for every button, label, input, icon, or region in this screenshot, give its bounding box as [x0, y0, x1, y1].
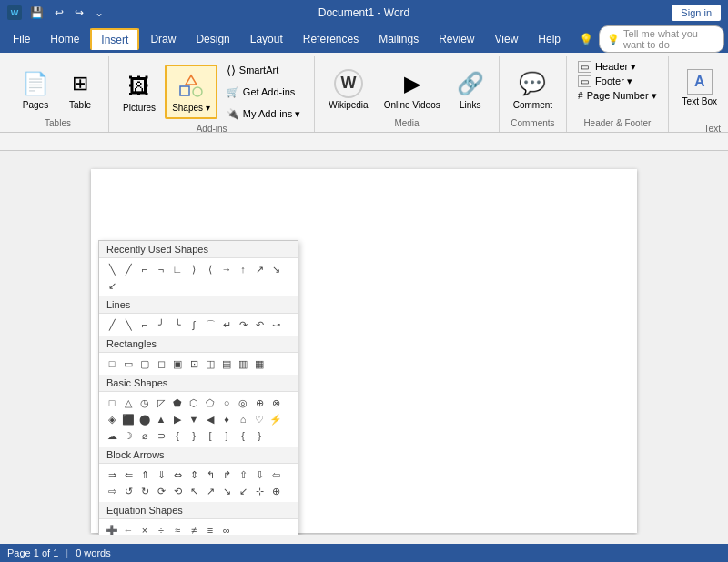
- shape-item[interactable]: ≠: [187, 523, 201, 535]
- shape-item[interactable]: }: [252, 428, 267, 443]
- shape-item[interactable]: ▶: [170, 412, 185, 427]
- shape-item[interactable]: ↘: [268, 262, 283, 276]
- shape-item[interactable]: ▥: [236, 356, 250, 371]
- shape-item[interactable]: ⚡: [268, 412, 283, 427]
- shape-item[interactable]: [: [203, 428, 217, 443]
- shape-item[interactable]: ↷: [236, 317, 250, 332]
- shape-item[interactable]: ]: [219, 428, 234, 443]
- shape-item[interactable]: ≈: [170, 523, 185, 535]
- shape-item[interactable]: }: [187, 428, 201, 443]
- shape-item[interactable]: ╲: [121, 317, 136, 332]
- shape-item[interactable]: ╯: [154, 317, 168, 332]
- shape-item[interactable]: ↰: [203, 467, 217, 482]
- shape-item[interactable]: ⇒: [105, 467, 119, 482]
- shape-item[interactable]: ⟨: [203, 262, 217, 276]
- shape-item[interactable]: ▼: [187, 412, 201, 427]
- shape-item[interactable]: ⇕: [187, 467, 201, 482]
- shape-item[interactable]: △: [121, 396, 136, 410]
- shape-item[interactable]: ⇧: [236, 467, 250, 482]
- shape-item[interactable]: ◈: [105, 412, 119, 427]
- shape-item[interactable]: ⇐: [121, 467, 136, 482]
- shape-item[interactable]: ⤻: [268, 317, 283, 332]
- shape-item[interactable]: ⬠: [203, 396, 217, 410]
- table-button[interactable]: ⊞ Table: [59, 62, 101, 116]
- menu-insert[interactable]: Insert: [90, 28, 139, 50]
- shape-item[interactable]: ↱: [219, 467, 234, 482]
- menu-review[interactable]: Review: [430, 29, 483, 49]
- shape-item[interactable]: ↖: [187, 484, 201, 498]
- shape-item[interactable]: ×: [137, 523, 152, 535]
- menu-layout[interactable]: Layout: [241, 29, 292, 49]
- shape-item[interactable]: ⇦: [268, 467, 283, 482]
- shape-item[interactable]: ⌐: [137, 262, 152, 276]
- shape-item[interactable]: ↙: [105, 278, 119, 293]
- shape-item[interactable]: ▭: [121, 356, 136, 371]
- shape-item[interactable]: ◷: [137, 396, 152, 410]
- shape-item[interactable]: ¬: [154, 262, 168, 276]
- page-number-button[interactable]: # Page Number ▾: [574, 89, 661, 103]
- shape-item[interactable]: ↙: [236, 484, 250, 498]
- shape-item[interactable]: ⟳: [154, 484, 168, 498]
- shape-item[interactable]: ⊗: [268, 396, 283, 410]
- shape-item[interactable]: ▦: [252, 356, 267, 371]
- shape-item[interactable]: →: [219, 262, 234, 276]
- shape-item[interactable]: ⟲: [170, 484, 185, 498]
- shape-item[interactable]: ╰: [170, 317, 185, 332]
- shape-item[interactable]: ⬛: [121, 412, 136, 427]
- shape-item[interactable]: ⊃: [154, 428, 168, 443]
- shape-item[interactable]: ☽: [121, 428, 136, 443]
- shape-item[interactable]: ⊡: [187, 356, 201, 371]
- smartart-button[interactable]: ⟨⟩ SmartArt: [220, 60, 307, 80]
- shape-item[interactable]: ⇓: [154, 467, 168, 482]
- shape-item[interactable]: ↻: [137, 484, 152, 498]
- shape-item[interactable]: ←: [121, 523, 136, 535]
- shape-item[interactable]: ◎: [236, 396, 250, 410]
- shape-item[interactable]: ⇨: [105, 484, 119, 498]
- shape-item[interactable]: ↵: [219, 317, 234, 332]
- shape-item[interactable]: ↗: [203, 484, 217, 498]
- pictures-button[interactable]: 🖼 Pictures: [116, 65, 162, 119]
- shape-item[interactable]: ♡: [252, 412, 267, 427]
- sign-in-button[interactable]: Sign in: [672, 5, 721, 21]
- shape-item[interactable]: ╱: [105, 317, 119, 332]
- shape-item[interactable]: ♦: [219, 412, 234, 427]
- shape-item[interactable]: ∟: [170, 262, 185, 276]
- shape-item[interactable]: ↶: [252, 317, 267, 332]
- shape-item[interactable]: □: [105, 396, 119, 410]
- links-button[interactable]: 🔗 Links: [450, 62, 491, 116]
- shape-item[interactable]: ∞: [219, 523, 234, 535]
- shape-item[interactable]: ↺: [121, 484, 136, 498]
- shape-item[interactable]: ⊕: [252, 396, 267, 410]
- footer-button[interactable]: ▭ Footer ▾: [574, 75, 661, 88]
- menu-design[interactable]: Design: [187, 29, 238, 49]
- get-addins-button[interactable]: 🛒 Get Add-ins: [220, 82, 307, 102]
- shape-item[interactable]: ⬡: [187, 396, 201, 410]
- my-addins-button[interactable]: 🔌 My Add-ins ▾: [220, 104, 307, 124]
- shape-item[interactable]: ▲: [154, 412, 168, 427]
- redo-button[interactable]: ↪: [72, 5, 86, 20]
- menu-mailings[interactable]: Mailings: [369, 29, 428, 49]
- shape-item[interactable]: ◻: [154, 356, 168, 371]
- online-videos-button[interactable]: ▶ Online Videos: [378, 62, 447, 116]
- shape-item[interactable]: ⬤: [137, 412, 152, 427]
- menu-file[interactable]: File: [4, 29, 39, 49]
- save-button[interactable]: 💾: [27, 5, 46, 20]
- shape-item[interactable]: ➕: [105, 523, 119, 535]
- header-button[interactable]: ▭ Header ▾: [574, 60, 661, 74]
- shape-item[interactable]: ╱: [121, 262, 136, 276]
- undo-button[interactable]: ↩: [52, 5, 66, 20]
- menu-references[interactable]: References: [294, 29, 368, 49]
- shape-item[interactable]: {: [170, 428, 185, 443]
- shape-item[interactable]: ⇩: [252, 467, 267, 482]
- shape-item[interactable]: ⇑: [137, 467, 152, 482]
- shape-item[interactable]: ÷: [154, 523, 168, 535]
- shape-item[interactable]: ↘: [219, 484, 234, 498]
- shape-item[interactable]: {: [236, 428, 250, 443]
- menu-draw[interactable]: Draw: [141, 29, 185, 49]
- shape-item[interactable]: ◀: [203, 412, 217, 427]
- shape-item[interactable]: ≡: [203, 523, 217, 535]
- shape-item[interactable]: ▤: [219, 356, 234, 371]
- tell-me-input[interactable]: 💡 Tell me what you want to do: [599, 25, 724, 53]
- shape-item[interactable]: ⊹: [252, 484, 267, 498]
- shape-item[interactable]: ▣: [170, 356, 185, 371]
